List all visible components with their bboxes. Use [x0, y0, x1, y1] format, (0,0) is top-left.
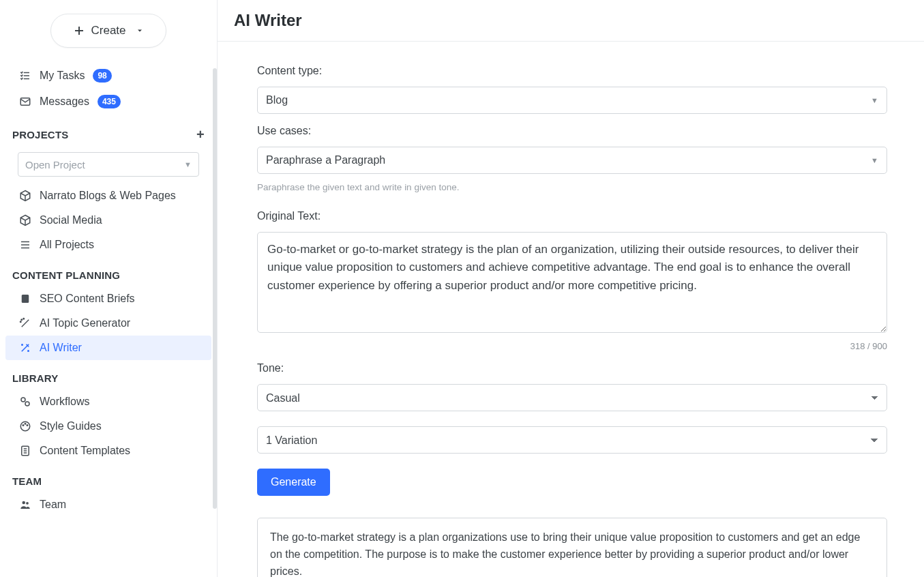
svg-point-22: [27, 425, 28, 426]
create-button[interactable]: Create: [50, 14, 166, 48]
dropdown-icon: ▼: [871, 156, 878, 164]
sidebar-item-label: Social Media: [40, 214, 102, 226]
add-project-button[interactable]: +: [196, 127, 205, 143]
sidebar-item-label: AI Topic Generator: [40, 317, 130, 329]
projects-header: PROJECTS +: [0, 115, 217, 148]
page-title: AI Writer: [218, 0, 924, 42]
content-type-label: Content type:: [257, 65, 887, 77]
messages-badge: 435: [98, 95, 121, 108]
char-count: 318 / 900: [257, 341, 887, 351]
svg-point-18: [25, 402, 29, 406]
sidebar-item-label: Workflows: [40, 396, 90, 408]
sidebar-item-team[interactable]: Team: [0, 492, 217, 517]
form-area: Content type: Blog ▼ Use cases: Paraphra…: [218, 42, 924, 577]
sparkle-icon: [19, 317, 31, 329]
sidebar-item-label: Narrato Blogs & Web Pages: [40, 190, 176, 202]
dropdown-icon: ▼: [871, 96, 878, 104]
sidebar-item-label: SEO Content Briefs: [40, 293, 135, 305]
palette-icon: [19, 420, 31, 432]
sidebar-item-label: Style Guides: [40, 420, 102, 432]
svg-point-28: [26, 502, 29, 505]
use-cases-label: Use cases:: [257, 125, 887, 137]
content-type-value: Blog: [266, 94, 288, 106]
sidebar-item-label: Messages: [40, 95, 89, 108]
team-header: TEAM: [0, 463, 217, 492]
variation-select[interactable]: 1 Variation: [257, 426, 887, 454]
svg-rect-11: [22, 295, 29, 303]
envelope-icon: [19, 95, 31, 108]
sidebar-item-style-guides[interactable]: Style Guides: [0, 414, 217, 439]
output-text: The go-to-market strategy is a plan orga…: [270, 529, 874, 577]
dropdown-icon: ▼: [184, 160, 192, 168]
original-text-input[interactable]: [257, 232, 887, 333]
svg-point-15: [22, 344, 23, 346]
library-header: LIBRARY: [0, 360, 217, 389]
main-content: AI Writer Content type: Blog ▼ Use cases…: [217, 0, 924, 577]
original-text-label: Original Text:: [257, 210, 887, 222]
sidebar-item-all-projects[interactable]: All Projects: [0, 233, 217, 257]
sidebar-item-my-tasks[interactable]: My Tasks 98: [0, 63, 217, 89]
create-label: Create: [91, 24, 125, 38]
svg-point-17: [21, 398, 25, 402]
cube-icon: [19, 214, 31, 226]
list-icon: [19, 70, 31, 82]
menu-icon: [19, 239, 31, 251]
open-project-placeholder: Open Project: [25, 159, 85, 171]
tone-select[interactable]: Casual: [257, 384, 887, 411]
sidebar-item-label: All Projects: [40, 239, 94, 251]
sidebar-item-label: My Tasks: [40, 70, 85, 82]
document-icon: [19, 293, 31, 305]
sidebar: Create My Tasks 98 Messages 435 PROJECTS…: [0, 0, 217, 577]
sidebar-item-ai-topic-generator[interactable]: AI Topic Generator: [0, 311, 217, 336]
content-planning-header: CONTENT PLANNING: [0, 257, 217, 286]
open-project-select[interactable]: Open Project ▼: [18, 152, 199, 177]
svg-point-16: [28, 351, 29, 352]
use-cases-value: Paraphrase a Paragraph: [266, 154, 385, 166]
my-tasks-badge: 98: [93, 69, 111, 83]
svg-point-13: [23, 319, 25, 320]
svg-point-27: [23, 501, 26, 505]
sidebar-item-label: AI Writer: [40, 342, 82, 354]
users-icon: [19, 499, 31, 511]
gears-icon: [19, 396, 31, 408]
svg-point-14: [20, 321, 22, 323]
svg-point-21: [25, 424, 26, 425]
cube-icon: [19, 190, 31, 202]
template-icon: [19, 445, 31, 457]
sidebar-item-label: Content Templates: [40, 445, 130, 457]
sidebar-item-messages[interactable]: Messages 435: [0, 89, 217, 115]
sidebar-item-content-templates[interactable]: Content Templates: [0, 439, 217, 463]
content-type-select[interactable]: Blog ▼: [257, 87, 887, 114]
generate-button[interactable]: Generate: [257, 469, 330, 496]
sidebar-item-social-media[interactable]: Social Media: [0, 208, 217, 233]
svg-point-20: [23, 425, 24, 426]
use-cases-select[interactable]: Paraphrase a Paragraph ▼: [257, 147, 887, 174]
sidebar-item-workflows[interactable]: Workflows: [0, 389, 217, 414]
sidebar-item-seo-briefs[interactable]: SEO Content Briefs: [0, 286, 217, 311]
sidebar-item-ai-writer[interactable]: AI Writer: [5, 336, 211, 360]
output-box: The go-to-market strategy is a plan orga…: [257, 518, 887, 577]
tone-label: Tone:: [257, 362, 887, 374]
sidebar-item-narrato-blogs[interactable]: Narrato Blogs & Web Pages: [0, 183, 217, 208]
svg-point-12: [21, 319, 23, 321]
caret-down-icon: [136, 27, 144, 35]
use-cases-hint: Paraphrase the given text and write in g…: [257, 182, 887, 192]
magic-wand-icon: [19, 342, 31, 354]
plus-icon: [73, 25, 85, 37]
sidebar-item-label: Team: [40, 499, 66, 511]
